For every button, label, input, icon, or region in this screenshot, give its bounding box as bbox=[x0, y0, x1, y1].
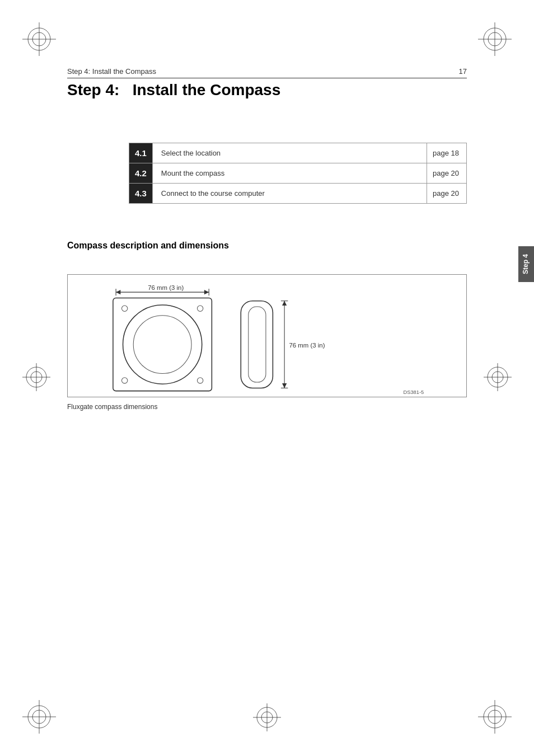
mid-mark-right bbox=[484, 363, 512, 393]
mid-mark-left bbox=[22, 363, 50, 393]
step-page-4-2: page 20 bbox=[427, 163, 466, 183]
svg-text:76 mm (3 in): 76 mm (3 in) bbox=[289, 342, 325, 349]
header-title: Step 4: Install the Compass bbox=[67, 67, 156, 76]
title-text: Install the Compass bbox=[133, 81, 281, 98]
step-desc-4-1: Select the location bbox=[152, 143, 427, 163]
svg-marker-29 bbox=[116, 290, 120, 294]
svg-marker-44 bbox=[282, 301, 287, 306]
svg-point-38 bbox=[197, 306, 203, 311]
step-desc-4-2: Mount the compass bbox=[152, 163, 427, 183]
section-heading: Compass description and dimensions bbox=[67, 241, 229, 251]
svg-marker-45 bbox=[282, 383, 287, 388]
step-page-4-3: page 20 bbox=[427, 184, 466, 203]
corner-mark-tr bbox=[478, 22, 512, 56]
step-num-4-1: 4.1 bbox=[129, 143, 152, 163]
header-page: 17 bbox=[459, 67, 467, 76]
svg-text:76 mm (3 in): 76 mm (3 in) bbox=[148, 284, 184, 291]
svg-text:DS381-5: DS381-5 bbox=[403, 389, 424, 395]
step-page-4-1: page 18 bbox=[427, 143, 466, 163]
step-desc-4-3: Connect to the course computer bbox=[152, 184, 427, 203]
svg-rect-41 bbox=[241, 301, 273, 388]
step-num-4-2: 4.2 bbox=[129, 163, 152, 183]
compass-diagram: 76 mm (3 in) bbox=[67, 274, 467, 397]
diagram-caption: Fluxgate compass dimensions bbox=[67, 403, 157, 411]
mid-mark-bottom bbox=[253, 703, 281, 734]
corner-mark-br bbox=[478, 700, 512, 734]
svg-point-40 bbox=[197, 378, 203, 383]
corner-mark-bl bbox=[22, 700, 56, 734]
page: Step 4: Install the Compass 17 Step 4: I… bbox=[0, 0, 534, 756]
svg-point-35 bbox=[123, 305, 202, 384]
step-prefix: Step 4: bbox=[67, 81, 119, 98]
steps-table: 4.1 Select the location page 18 4.2 Moun… bbox=[129, 143, 467, 203]
svg-rect-42 bbox=[249, 307, 266, 382]
compass-svg: 76 mm (3 in) bbox=[68, 275, 466, 397]
page-title: Step 4: Install the Compass bbox=[67, 81, 280, 99]
step-row-4-2: 4.2 Mount the compass page 20 bbox=[129, 163, 467, 184]
step-row-4-3: 4.3 Connect to the course computer page … bbox=[129, 183, 467, 204]
svg-point-36 bbox=[133, 316, 191, 374]
step-row-4-1: 4.1 Select the location page 18 bbox=[129, 143, 467, 163]
header-bar: Step 4: Install the Compass 17 bbox=[67, 67, 467, 78]
step4-tab: Step 4 bbox=[518, 246, 534, 282]
svg-marker-30 bbox=[204, 290, 209, 294]
svg-point-39 bbox=[121, 378, 127, 383]
svg-rect-34 bbox=[113, 298, 212, 391]
step-num-4-3: 4.3 bbox=[129, 184, 152, 203]
corner-mark-tl bbox=[22, 22, 56, 56]
svg-point-37 bbox=[121, 306, 127, 311]
